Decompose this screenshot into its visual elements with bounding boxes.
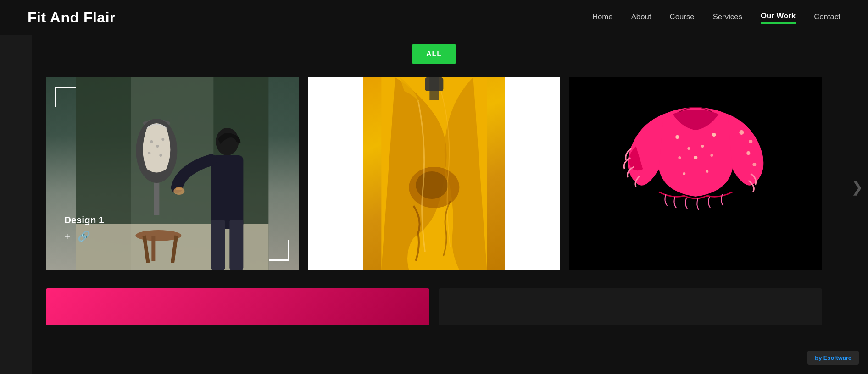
item1-link-icon[interactable]: 🔗 — [78, 230, 90, 242]
svg-point-36 — [740, 130, 744, 135]
bottom-item-1 — [46, 288, 429, 325]
svg-point-39 — [753, 163, 757, 166]
footer-brand: Esoftware — [823, 354, 851, 361]
corner-bracket-top-left — [55, 87, 76, 107]
nav-services[interactable]: Services — [713, 12, 742, 23]
svg-rect-16 — [211, 155, 243, 229]
svg-point-23 — [416, 171, 448, 199]
bottom-item-2 — [439, 288, 822, 325]
left-scrollbar — [0, 0, 32, 374]
svg-point-14 — [159, 154, 162, 157]
item2-yellow-center — [363, 77, 506, 270]
svg-point-38 — [747, 151, 751, 155]
item1-plus-icon[interactable]: + — [64, 231, 70, 242]
svg-rect-17 — [211, 220, 225, 270]
svg-point-34 — [683, 172, 686, 175]
site-logo: Fit And Flair — [28, 9, 116, 26]
svg-rect-18 — [229, 220, 243, 270]
item1-title: Design 1 — [64, 214, 104, 226]
footer-by-label: by — [815, 354, 822, 361]
svg-point-12 — [161, 138, 164, 141]
item2-fabric-svg — [363, 77, 506, 270]
svg-point-13 — [148, 152, 150, 154]
svg-point-33 — [711, 154, 713, 157]
site-header: Fit And Flair Home About Course Services… — [0, 0, 868, 35]
svg-rect-6 — [151, 236, 155, 261]
item1-icons: + 🔗 — [64, 230, 104, 242]
nav-about[interactable]: About — [631, 12, 651, 23]
bottom-teaser-row — [0, 279, 868, 325]
footer-branding: by Esoftware — [807, 351, 859, 365]
filter-bar: ALL — [0, 44, 868, 64]
nav-contact[interactable]: Contact — [814, 12, 840, 23]
svg-point-37 — [749, 140, 753, 143]
filter-all-button[interactable]: ALL — [412, 44, 456, 64]
svg-point-10 — [150, 140, 153, 143]
svg-point-20 — [173, 187, 184, 195]
svg-rect-25 — [429, 77, 439, 100]
portfolio-item-1[interactable]: Design 1 + 🔗 — [46, 77, 299, 270]
item2-white-left — [308, 77, 363, 270]
item3-blouse-svg — [569, 77, 822, 270]
nav-course[interactable]: Course — [670, 12, 695, 23]
svg-point-35 — [706, 170, 709, 173]
portfolio-item-2[interactable] — [308, 77, 561, 270]
svg-point-29 — [688, 147, 690, 150]
main-nav: Home About Course Services Our Work Cont… — [592, 11, 840, 24]
svg-point-27 — [676, 135, 679, 139]
nav-our-work[interactable]: Our Work — [761, 11, 796, 24]
svg-point-11 — [156, 145, 159, 148]
svg-point-30 — [701, 145, 704, 148]
item1-overlay: Design 1 + 🔗 — [64, 214, 104, 242]
right-arrow-icon[interactable]: ❯ — [851, 178, 863, 196]
portfolio-grid: Design 1 + 🔗 — [0, 77, 868, 270]
svg-point-32 — [679, 156, 681, 159]
corner-bracket-bottom-right — [269, 240, 289, 261]
svg-point-31 — [694, 156, 698, 160]
svg-point-28 — [712, 133, 716, 137]
nav-home[interactable]: Home — [592, 12, 613, 23]
item2-white-right — [505, 77, 560, 270]
portfolio-item-3[interactable] — [569, 77, 822, 270]
